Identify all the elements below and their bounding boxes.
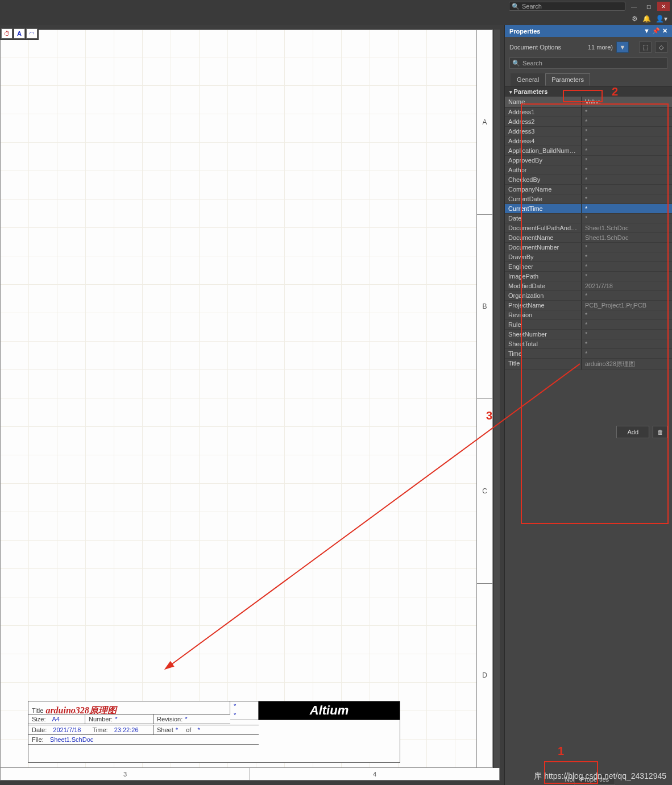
param-row[interactable]: CompanyName* xyxy=(505,185,672,194)
arc-tool-icon[interactable]: ◠ xyxy=(26,28,38,39)
param-row[interactable]: Address4* xyxy=(505,136,672,146)
tb-time-value[interactable]: 23:22:26 xyxy=(114,726,139,733)
param-row[interactable]: DocumentFullPathAndNameSheet1.SchDoc xyxy=(505,223,672,233)
param-value[interactable]: * xyxy=(582,146,672,155)
param-row[interactable]: Organization* xyxy=(505,291,672,301)
param-name: ProjectName xyxy=(505,301,582,310)
param-value[interactable]: * xyxy=(582,117,672,126)
param-value[interactable]: arduino328原理图 xyxy=(582,359,672,369)
parameters-table: Name Value Address1*Address2*Address3*Ad… xyxy=(505,97,672,370)
param-row[interactable]: ModifiedDate2021/7/18 xyxy=(505,281,672,291)
tb-number-label: Number: xyxy=(89,716,113,722)
param-row[interactable]: SheetTotal* xyxy=(505,339,672,349)
param-value[interactable]: PCB_Project1.PrjPCB xyxy=(582,301,672,310)
tb-of-value[interactable]: * xyxy=(197,726,200,733)
param-row[interactable]: Revision* xyxy=(505,310,672,320)
param-value[interactable]: * xyxy=(582,243,672,252)
param-row[interactable]: Rule* xyxy=(505,320,672,330)
close-button[interactable]: ✕ xyxy=(657,2,670,11)
param-value[interactable]: * xyxy=(582,136,672,146)
gear-icon[interactable]: ⚙ xyxy=(632,15,638,23)
panel-header[interactable]: Properties ▼ 📌 ✕ xyxy=(505,25,672,37)
param-name: Revision xyxy=(505,310,582,319)
param-value[interactable]: * xyxy=(582,330,672,339)
param-value[interactable]: * xyxy=(582,291,672,300)
panel-search-input[interactable]: 🔍 Search xyxy=(509,57,667,69)
param-value[interactable]: Sheet1.SchDoc xyxy=(582,223,672,232)
param-value[interactable]: * xyxy=(582,194,672,203)
tb-number-value[interactable]: * xyxy=(115,716,117,722)
clock-icon[interactable]: ⏱ xyxy=(1,28,13,39)
tb-sheet-value[interactable]: * xyxy=(176,726,178,733)
tb-rev-value[interactable]: * xyxy=(185,716,187,722)
param-value[interactable]: * xyxy=(582,349,672,358)
param-row[interactable]: CurrentTime* xyxy=(505,204,672,214)
param-row[interactable]: Time* xyxy=(505,349,672,359)
param-value[interactable]: * xyxy=(582,310,672,319)
param-value[interactable]: 2021/7/18 xyxy=(582,281,672,290)
col-header-value[interactable]: Value xyxy=(582,97,672,107)
maximize-button[interactable]: ◻ xyxy=(642,2,655,11)
param-row[interactable]: Titlearduino328原理图 xyxy=(505,359,672,370)
param-value[interactable]: * xyxy=(582,185,672,194)
schematic-sheet[interactable]: Title arduino328原理图 ** Altium Size: A4 N… xyxy=(0,30,477,768)
section-parameters[interactable]: Parameters xyxy=(505,86,672,97)
param-row[interactable]: Application_BuildNumber* xyxy=(505,146,672,156)
param-name: CompanyName xyxy=(505,185,582,194)
user-icon[interactable]: 👤▾ xyxy=(656,15,667,23)
add-button[interactable]: Add xyxy=(616,426,649,438)
panel-close-icon[interactable]: ✕ xyxy=(662,27,667,35)
param-value[interactable]: * xyxy=(582,175,672,184)
param-value[interactable]: * xyxy=(582,204,672,213)
param-value[interactable]: * xyxy=(582,127,672,136)
param-name: Title xyxy=(505,359,582,369)
param-value[interactable]: * xyxy=(582,320,672,329)
global-search-input[interactable]: 🔍 Search xyxy=(509,2,625,11)
panel-pin-icon[interactable]: 📌 xyxy=(652,27,660,35)
param-value[interactable]: * xyxy=(582,156,672,165)
doc-options-label: Document Options xyxy=(509,44,561,51)
param-value[interactable]: * xyxy=(582,107,672,117)
param-row[interactable]: SheetNumber* xyxy=(505,330,672,339)
param-row[interactable]: DocumentNumber* xyxy=(505,243,672,252)
tb-date-value[interactable]: 2021/7/18 xyxy=(53,726,81,733)
param-row[interactable]: Date* xyxy=(505,214,672,223)
param-row[interactable]: ApprovedBy* xyxy=(505,156,672,165)
minimize-button[interactable]: — xyxy=(628,2,640,11)
param-row[interactable]: ProjectNamePCB_Project1.PrjPCB xyxy=(505,301,672,310)
param-value[interactable]: * xyxy=(582,214,672,223)
param-name: Address4 xyxy=(505,136,582,146)
param-value[interactable]: * xyxy=(582,339,672,348)
vertical-scrollbar[interactable] xyxy=(493,30,500,768)
tab-general[interactable]: General xyxy=(511,73,545,86)
param-value[interactable]: * xyxy=(582,252,672,261)
param-value[interactable]: * xyxy=(582,272,672,281)
tb-file-value[interactable]: Sheet1.SchDoc xyxy=(50,736,93,743)
param-row[interactable]: Address1* xyxy=(505,107,672,117)
text-tool-icon[interactable]: A xyxy=(14,28,25,39)
bell-icon[interactable]: 🔔 xyxy=(642,15,651,23)
param-value[interactable]: * xyxy=(582,165,672,175)
tab-parameters[interactable]: Parameters xyxy=(545,73,590,86)
param-value[interactable]: Sheet1.SchDoc xyxy=(582,233,672,242)
param-row[interactable]: Author* xyxy=(505,165,672,175)
param-row[interactable]: DrawnBy* xyxy=(505,252,672,262)
param-row[interactable]: Engineer* xyxy=(505,262,672,272)
param-row[interactable]: DocumentNameSheet1.SchDoc xyxy=(505,233,672,243)
param-row[interactable]: CurrentDate* xyxy=(505,194,672,204)
lasso-icon[interactable]: ◇ xyxy=(655,41,667,53)
param-row[interactable]: CheckedBy* xyxy=(505,175,672,185)
col-header-name[interactable]: Name xyxy=(505,97,582,107)
delete-button[interactable]: 🗑 xyxy=(653,426,667,438)
param-name: CurrentDate xyxy=(505,194,582,203)
filter-icon[interactable]: ▼ xyxy=(616,41,629,53)
param-row[interactable]: Address3* xyxy=(505,127,672,136)
panel-tabs: General Parameters xyxy=(505,73,672,86)
tb-size-value[interactable]: A4 xyxy=(52,716,60,722)
select-icon[interactable]: ⬚ xyxy=(639,41,652,53)
param-row[interactable]: ImagePath* xyxy=(505,272,672,281)
doc-options-more: 11 more) xyxy=(588,44,613,51)
panel-dropdown-icon[interactable]: ▼ xyxy=(644,27,650,35)
param-row[interactable]: Address2* xyxy=(505,117,672,127)
param-value[interactable]: * xyxy=(582,262,672,271)
